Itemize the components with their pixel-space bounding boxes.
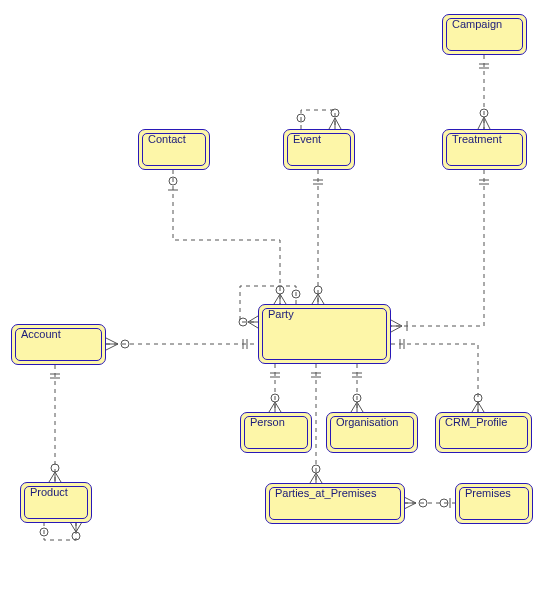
entity-label: Premises: [462, 485, 514, 501]
rel-product-self: [44, 522, 76, 540]
entity-treatment[interactable]: Treatment: [442, 129, 527, 170]
er-diagram-canvas: Campaign Contact Event Treatment Account…: [0, 0, 554, 591]
svg-point-1: [297, 114, 305, 122]
svg-point-9: [271, 394, 279, 402]
entity-account[interactable]: Account: [11, 324, 106, 365]
svg-point-17: [72, 532, 80, 540]
svg-point-11: [474, 394, 482, 402]
entity-label: Party: [265, 306, 297, 322]
entity-label: Treatment: [449, 131, 505, 147]
svg-point-8: [239, 318, 247, 326]
rel-party-crmprofile: [391, 344, 478, 412]
entity-label: Contact: [145, 131, 189, 147]
entity-label: Organisation: [333, 414, 401, 430]
svg-point-4: [169, 177, 177, 185]
svg-point-0: [480, 109, 488, 117]
svg-point-14: [440, 499, 448, 507]
entity-label: Event: [290, 131, 324, 147]
entity-label: Parties_at_Premises: [272, 485, 380, 501]
rel-treatment-party: [391, 170, 484, 326]
entity-premises[interactable]: Premises: [455, 483, 533, 524]
svg-point-3: [314, 286, 322, 294]
entity-person[interactable]: Person: [240, 412, 312, 453]
svg-point-6: [121, 340, 129, 348]
entity-party[interactable]: Party: [258, 304, 391, 364]
svg-point-15: [51, 464, 59, 472]
entity-contact[interactable]: Contact: [138, 129, 210, 170]
entity-label: CRM_Profile: [442, 414, 510, 430]
svg-point-10: [353, 394, 361, 402]
svg-point-13: [419, 499, 427, 507]
entity-event[interactable]: Event: [283, 129, 355, 170]
svg-point-7: [292, 290, 300, 298]
entity-label: Person: [247, 414, 288, 430]
entity-organisation[interactable]: Organisation: [326, 412, 418, 453]
svg-point-5: [276, 286, 284, 294]
svg-point-16: [40, 528, 48, 536]
entity-label: Account: [18, 326, 64, 342]
rel-event-self: [301, 110, 335, 129]
rel-contact-party: [173, 170, 280, 304]
svg-point-2: [331, 109, 339, 117]
entity-parties-at-premises[interactable]: Parties_at_Premises: [265, 483, 405, 524]
entity-label: Campaign: [449, 16, 505, 32]
entity-product[interactable]: Product: [20, 482, 92, 523]
entity-crm-profile[interactable]: CRM_Profile: [435, 412, 532, 453]
entity-campaign[interactable]: Campaign: [442, 14, 527, 55]
svg-point-12: [312, 465, 320, 473]
entity-label: Product: [27, 484, 71, 500]
